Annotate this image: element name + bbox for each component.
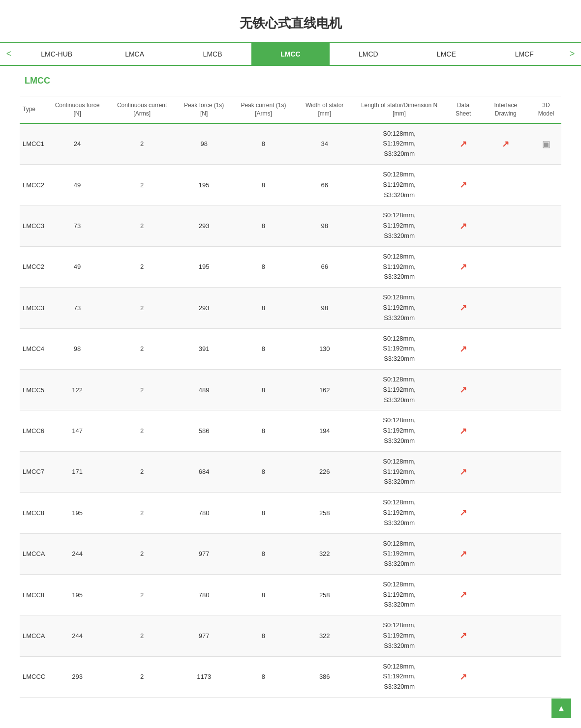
- cell-interface-drawing: [481, 451, 531, 492]
- cell-3d-model: [531, 246, 561, 287]
- cell-length-stator: S0:128mm,S1:192mm,S3:320mm: [353, 328, 446, 369]
- cell-peak-force: 780: [178, 493, 230, 533]
- cell-cont-force: 49: [48, 246, 106, 287]
- cell-data-sheet[interactable]: ↗: [446, 493, 481, 533]
- cell-3d-model: [531, 574, 561, 615]
- pdf-icon[interactable]: ↗: [459, 344, 467, 354]
- cell-data-sheet[interactable]: ↗: [446, 451, 481, 492]
- cell-cont-current: 2: [106, 164, 178, 205]
- cell-interface-drawing: [481, 369, 531, 410]
- cell-3d-model: [531, 493, 561, 533]
- cell-width-stator: 34: [297, 123, 353, 165]
- cell-data-sheet[interactable]: ↗: [446, 533, 481, 574]
- cell-length-stator: S0:128mm,S1:192mm,S3:320mm: [353, 533, 446, 574]
- cell-data-sheet[interactable]: ↗: [446, 615, 481, 656]
- pdf-icon[interactable]: ↗: [459, 180, 467, 190]
- cell-interface-drawing: [481, 533, 531, 574]
- cell-3d-model[interactable]: ▣: [531, 123, 561, 165]
- cell-peak-current: 8: [230, 615, 297, 656]
- cell-data-sheet[interactable]: ↗: [446, 288, 481, 328]
- pdf-icon[interactable]: ↗: [459, 549, 467, 559]
- nav-tab-lmcf[interactable]: LMCF: [486, 43, 563, 65]
- cell-data-sheet[interactable]: ↗: [446, 369, 481, 410]
- cell-peak-current: 8: [230, 328, 297, 369]
- section-title: LMCC: [20, 76, 561, 86]
- nav-tab-lmc-hub[interactable]: LMC-HUB: [18, 43, 95, 65]
- pdf-icon[interactable]: ↗: [459, 672, 467, 682]
- cell-interface-drawing: [481, 164, 531, 205]
- cell-peak-force: 1173: [178, 656, 230, 697]
- cell-cont-force: 195: [48, 574, 106, 615]
- pdf-icon[interactable]: ↗: [459, 467, 467, 477]
- cell-type: LMCC2: [20, 246, 48, 287]
- cell-data-sheet[interactable]: ↗: [446, 574, 481, 615]
- cell-type: LMCC1: [20, 123, 48, 165]
- cell-cont-force: 49: [48, 164, 106, 205]
- nav-tab-lmce[interactable]: LMCE: [407, 43, 485, 65]
- cell-width-stator: 322: [297, 615, 353, 656]
- pdf-icon[interactable]: ↗: [459, 139, 467, 149]
- nav-bar: < LMC-HUBLMCALMCBLMCCLMCDLMCELMCF >: [0, 42, 581, 66]
- cell-interface-drawing[interactable]: ↗: [481, 123, 531, 165]
- nav-tab-lmcc[interactable]: LMCC: [251, 43, 329, 65]
- cell-data-sheet[interactable]: ↗: [446, 410, 481, 451]
- pdf-icon[interactable]: ↗: [459, 631, 467, 641]
- cell-width-stator: 66: [297, 164, 353, 205]
- cell-type: LMCC5: [20, 369, 48, 410]
- cell-cont-current: 2: [106, 205, 178, 246]
- table-row: LMCC49823918130S0:128mm,S1:192mm,S3:320m…: [20, 328, 561, 369]
- cell-peak-force: 98: [178, 123, 230, 165]
- col-header-cont_force: Continuous force [N]: [48, 96, 106, 123]
- cell-cont-force: 98: [48, 328, 106, 369]
- pdf-icon[interactable]: ↗: [459, 221, 467, 231]
- cell-cont-force: 147: [48, 410, 106, 451]
- cell-interface-drawing: [481, 574, 531, 615]
- pdf-icon[interactable]: ↗: [459, 385, 467, 395]
- cell-data-sheet[interactable]: ↗: [446, 164, 481, 205]
- cell-cont-current: 2: [106, 369, 178, 410]
- cell-type: LMCC2: [20, 164, 48, 205]
- table-row: LMCC124298834S0:128mm,S1:192mm,S3:320mm↗…: [20, 123, 561, 165]
- cell-3d-model: [531, 205, 561, 246]
- cell-length-stator: S0:128mm,S1:192mm,S3:320mm: [353, 656, 446, 697]
- table-row: LMCCA24429778322S0:128mm,S1:192mm,S3:320…: [20, 533, 561, 574]
- table-header: TypeContinuous force [N]Continuous curre…: [20, 96, 561, 123]
- cell-3d-model: [531, 369, 561, 410]
- cell-type: LMCCC: [20, 656, 48, 697]
- cell-length-stator: S0:128mm,S1:192mm,S3:320mm: [353, 369, 446, 410]
- cell-peak-current: 8: [230, 205, 297, 246]
- cell-length-stator: S0:128mm,S1:192mm,S3:320mm: [353, 288, 446, 328]
- cell-cont-current: 2: [106, 328, 178, 369]
- cell-interface-drawing: [481, 246, 531, 287]
- interface-drawing-icon[interactable]: ↗: [502, 139, 509, 149]
- table-row: LMCC819527808258S0:128mm,S1:192mm,S3:320…: [20, 493, 561, 533]
- data-table: TypeContinuous force [N]Continuous curre…: [20, 96, 561, 698]
- cell-data-sheet[interactable]: ↗: [446, 656, 481, 697]
- pdf-icon[interactable]: ↗: [459, 303, 467, 313]
- col-header-length_stator: Length of stator/Dimension N [mm]: [353, 96, 446, 123]
- pdf-icon[interactable]: ↗: [459, 262, 467, 272]
- col-header-type: Type: [20, 96, 48, 123]
- cell-data-sheet[interactable]: ↗: [446, 328, 481, 369]
- cell-3d-model: [531, 615, 561, 656]
- back-to-top-button[interactable]: ▲: [551, 699, 571, 707]
- 3d-model-icon[interactable]: ▣: [542, 139, 550, 149]
- nav-next-arrow[interactable]: >: [563, 43, 581, 65]
- pdf-icon[interactable]: ↗: [459, 508, 467, 518]
- cell-peak-force: 684: [178, 451, 230, 492]
- nav-tab-lmca[interactable]: LMCA: [95, 43, 173, 65]
- cell-data-sheet[interactable]: ↗: [446, 246, 481, 287]
- pdf-icon[interactable]: ↗: [459, 590, 467, 600]
- nav-prev-arrow[interactable]: <: [0, 43, 18, 65]
- cell-peak-force: 195: [178, 164, 230, 205]
- cell-interface-drawing: [481, 288, 531, 328]
- nav-tab-lmcb[interactable]: LMCB: [174, 43, 251, 65]
- nav-tab-lmcd[interactable]: LMCD: [330, 43, 407, 65]
- cell-peak-current: 8: [230, 164, 297, 205]
- cell-data-sheet[interactable]: ↗: [446, 205, 481, 246]
- pdf-icon[interactable]: ↗: [459, 426, 467, 436]
- cell-data-sheet[interactable]: ↗: [446, 123, 481, 165]
- cell-length-stator: S0:128mm,S1:192mm,S3:320mm: [353, 410, 446, 451]
- cell-length-stator: S0:128mm,S1:192mm,S3:320mm: [353, 164, 446, 205]
- nav-tabs: LMC-HUBLMCALMCBLMCCLMCDLMCELMCF: [18, 43, 563, 65]
